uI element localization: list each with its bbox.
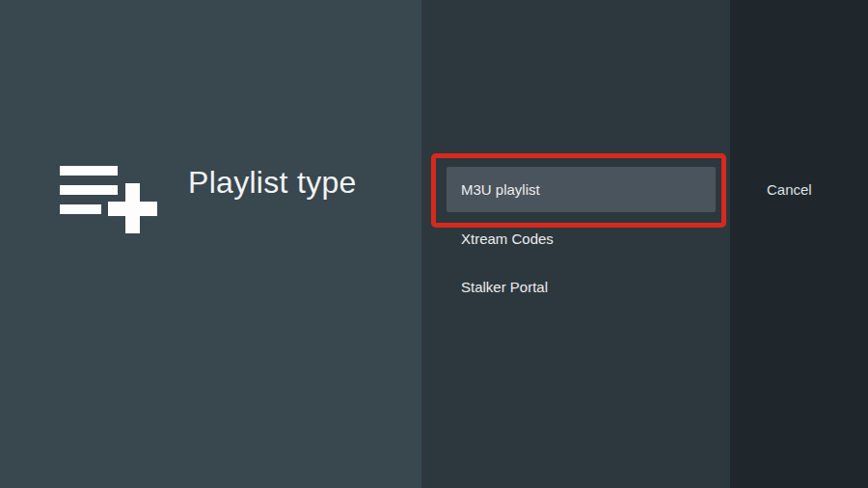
- playlist-add-icon: [60, 164, 157, 234]
- option-m3u-playlist[interactable]: M3U playlist: [447, 167, 716, 212]
- option-label: Stalker Portal: [461, 279, 548, 295]
- cancel-panel: [730, 0, 868, 488]
- option-label: M3U playlist: [461, 181, 540, 198]
- guidance-panel: Playlist type: [0, 0, 421, 488]
- cancel-button[interactable]: Cancel: [753, 167, 826, 212]
- cancel-button-label: Cancel: [767, 181, 812, 198]
- option-stalker-portal[interactable]: Stalker Portal: [447, 264, 716, 310]
- option-label: Xtream Codes: [461, 230, 554, 247]
- option-xtream-codes[interactable]: Xtream Codes: [447, 216, 716, 261]
- page-title: Playlist type: [188, 165, 357, 201]
- playlist-type-dialog: Playlist type M3U playlist Xtream Codes …: [0, 0, 868, 488]
